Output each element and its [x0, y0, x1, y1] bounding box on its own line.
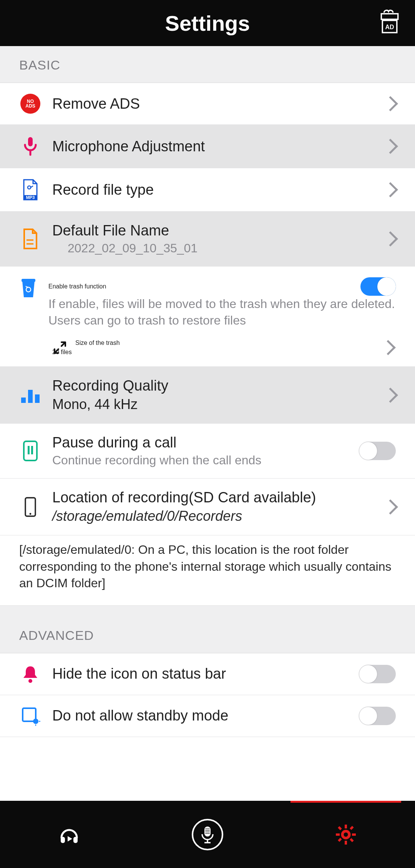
headphones-icon — [57, 822, 81, 847]
location-note: [/storage/emulated/0: On a PC, this loca… — [0, 535, 415, 606]
svg-rect-32 — [204, 827, 211, 837]
svg-rect-40 — [345, 825, 347, 828]
svg-rect-16 — [35, 394, 40, 403]
svg-rect-19 — [31, 446, 33, 454]
chevron-right-icon — [383, 231, 398, 247]
phone-pause-icon — [19, 440, 42, 462]
svg-point-21 — [30, 513, 32, 515]
svg-rect-6 — [28, 137, 33, 146]
svg-rect-44 — [338, 826, 342, 830]
enable-trash-toggle[interactable] — [360, 277, 396, 296]
row-hide-status-icon: Hide the icon on status bar — [0, 653, 415, 695]
no-ads-icon: NOADS — [19, 94, 42, 114]
svg-text:MP3: MP3 — [26, 195, 35, 200]
svg-rect-47 — [338, 838, 342, 842]
chevron-right-icon — [383, 182, 398, 197]
svg-point-22 — [28, 679, 32, 683]
recording-location-value: /storage/emulated/0/Recorders — [52, 508, 374, 524]
pause-call-toggle[interactable] — [360, 442, 396, 460]
nav-playback[interactable] — [0, 801, 138, 868]
gear-icon — [335, 824, 357, 845]
hide-status-icon-label: Hide the icon on status bar — [52, 666, 350, 682]
enable-trash-label: Enable trash function — [48, 283, 360, 290]
svg-rect-41 — [345, 841, 347, 845]
no-standby-toggle[interactable] — [360, 707, 396, 725]
svg-point-39 — [342, 831, 349, 838]
microphone-icon — [19, 136, 42, 157]
default-file-name-label: Default File Name — [52, 222, 374, 239]
trash-icon — [19, 277, 38, 299]
svg-rect-13 — [22, 279, 35, 282]
row-no-standby: Do not allow standby mode — [0, 695, 415, 737]
svg-marker-31 — [68, 836, 72, 841]
svg-point-8 — [28, 186, 31, 189]
row-recording-location[interactable]: Location of recording(SD Card available)… — [0, 479, 415, 535]
svg-point-24 — [33, 719, 38, 724]
phone-icon — [19, 496, 42, 518]
svg-rect-29 — [61, 837, 65, 843]
row-default-file-name[interactable]: Default File Name 2022_02_09_10_35_01 — [0, 212, 415, 267]
file-icon — [19, 229, 42, 249]
row-mic-adjustment[interactable]: Microphone Adjustment — [0, 125, 415, 168]
recording-quality-label: Recording Quality — [52, 378, 374, 394]
enable-trash-description: If enable, files will be moved to the tr… — [48, 296, 396, 329]
row-record-file-type[interactable]: MP3 Record file type — [0, 168, 415, 212]
nav-settings[interactable] — [277, 801, 415, 868]
svg-rect-46 — [350, 826, 354, 830]
svg-rect-0 — [381, 14, 398, 19]
svg-rect-45 — [350, 838, 354, 842]
record-mic-icon — [192, 819, 223, 850]
nav-record[interactable] — [138, 801, 277, 868]
recording-quality-value: Mono, 44 kHz — [52, 396, 374, 412]
bottom-nav — [0, 801, 415, 868]
svg-rect-15 — [28, 390, 33, 403]
row-remove-ads[interactable]: NOADS Remove ADS — [0, 83, 415, 125]
svg-text:AD: AD — [385, 24, 394, 30]
row-trash-size[interactable]: Size of the trash 20 files — [19, 340, 396, 356]
chevron-right-icon — [383, 139, 398, 154]
screen-awake-icon — [19, 706, 42, 726]
svg-rect-30 — [73, 837, 78, 843]
bars-icon — [19, 386, 42, 404]
trash-size-label: Size of the trash — [75, 340, 396, 346]
hide-status-icon-toggle[interactable] — [360, 665, 396, 683]
mic-adjustment-label: Microphone Adjustment — [52, 138, 374, 155]
svg-rect-23 — [23, 708, 36, 721]
row-enable-trash: Enable trash function If enable, files w… — [0, 267, 415, 367]
svg-rect-42 — [336, 833, 340, 836]
chevron-right-icon — [383, 96, 398, 111]
svg-rect-14 — [21, 398, 26, 403]
remove-ads-label: Remove ADS — [52, 96, 374, 112]
no-standby-label: Do not allow standby mode — [52, 707, 350, 724]
svg-text:ADS: ADS — [25, 103, 35, 109]
trash-size-value: 20 files — [52, 349, 396, 356]
section-header-advanced: ADVANCED — [0, 606, 415, 653]
row-recording-quality[interactable]: Recording Quality Mono, 44 kHz — [0, 367, 415, 424]
section-header-basic: BASIC — [0, 46, 415, 83]
row-pause-during-call: Pause during a call Continue recording w… — [0, 424, 415, 479]
chevron-right-icon — [383, 388, 398, 403]
app-header: Settings AD — [0, 0, 415, 46]
pause-call-description: Continue recording when the call ends — [52, 453, 350, 467]
bell-icon — [19, 664, 42, 684]
mp3-file-icon: MP3 — [19, 179, 42, 200]
svg-rect-43 — [352, 833, 356, 836]
svg-rect-17 — [24, 441, 37, 461]
page-title: Settings — [165, 11, 250, 36]
chevron-right-icon — [380, 340, 396, 356]
pause-call-label: Pause during a call — [52, 434, 350, 451]
default-file-name-value: 2022_02_09_10_35_01 — [52, 241, 374, 255]
gift-ad-icon[interactable]: AD — [380, 8, 400, 35]
svg-rect-18 — [28, 446, 30, 454]
recording-location-label: Location of recording(SD Card available) — [52, 489, 374, 506]
chevron-right-icon — [383, 499, 398, 515]
record-file-type-label: Record file type — [52, 182, 374, 198]
